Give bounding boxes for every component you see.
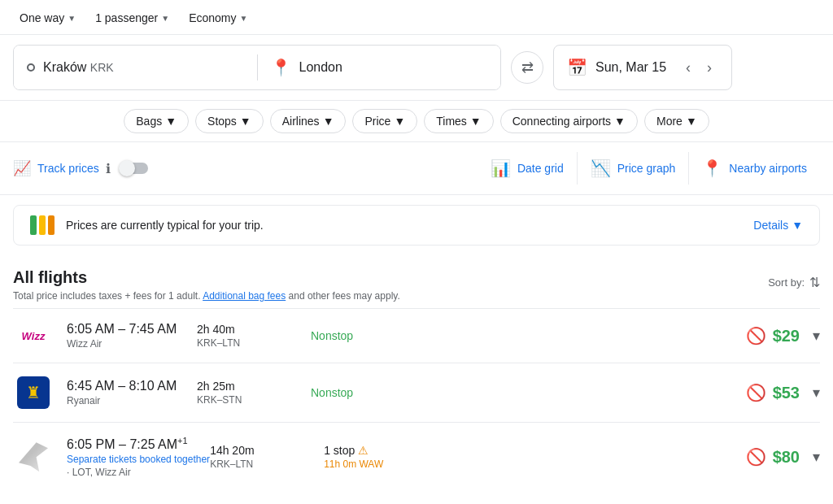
additional-fees-link[interactable]: Additional bag fees [203, 290, 286, 302]
details-button[interactable]: Details ▼ [753, 219, 803, 232]
track-prices-info-icon[interactable]: ℹ [106, 161, 111, 176]
flights-subtitle: Total price includes taxes + fees for 1 … [13, 290, 400, 302]
stops-filter-button[interactable]: Stops ▼ [195, 109, 264, 133]
times-label: Times [436, 115, 467, 128]
more-chevron: ▼ [686, 115, 697, 128]
filter-bar: Bags ▼ Stops ▼ Airlines ▼ Price ▼ Times … [0, 101, 833, 142]
date-nav: ‹ › [679, 56, 718, 80]
flight-duration-1: 2h 40m KRK–LTN [197, 323, 311, 349]
warning-icon: ⚠ [358, 444, 369, 457]
search-bar: Kraków KRK 📍 London ⇄ 📅 Sun, Mar 15 ‹ › [0, 35, 833, 101]
price-info-text: Prices are currently typical for your tr… [66, 219, 264, 232]
bags-chevron: ▼ [165, 115, 177, 128]
nearby-airports-button[interactable]: 📍 Nearby airports [689, 152, 820, 185]
luggage-icon: 🚫 [746, 447, 766, 467]
flight-price-2: 🚫 $53 ▾ [746, 383, 820, 402]
flights-header: All flights Total price includes taxes +… [13, 255, 820, 308]
origin-icon [27, 63, 35, 72]
date-next-button[interactable]: › [700, 56, 718, 80]
luggage-icon: 🚫 [746, 383, 766, 402]
price-graph-button[interactable]: 📉 Price graph [578, 152, 690, 185]
flight-times-2: 6:45 AM – 8:10 AM Ryanair [67, 379, 197, 406]
stops-chevron: ▼ [240, 115, 251, 128]
sort-icon[interactable]: ⇅ [809, 275, 820, 290]
flights-title: All flights [13, 268, 400, 287]
passengers-label: 1 passenger [95, 11, 158, 24]
details-chevron: ▼ [792, 219, 803, 232]
expand-button-3[interactable]: ▾ [813, 448, 820, 466]
flight-duration-3: 14h 20m KRK–LTN [210, 444, 324, 470]
bags-label: Bags [136, 115, 162, 128]
origin-destination-group: Kraków KRK 📍 London [13, 45, 501, 90]
trip-type-label: One way [20, 11, 64, 24]
date-grid-icon: 📊 [491, 159, 511, 178]
destination-input[interactable]: 📍 London [258, 46, 501, 89]
connecting-airports-filter-button[interactable]: Connecting airports ▼ [500, 109, 638, 133]
flight-price-3: 🚫 $80 ▾ [746, 447, 820, 467]
price-graph-icon: 📉 [591, 159, 611, 178]
price-bar-green [30, 215, 37, 235]
top-bar: One way ▼ 1 passenger ▼ Economy ▼ [0, 0, 833, 35]
lot-plane-icon [19, 442, 48, 471]
passengers-chevron: ▼ [161, 14, 169, 23]
track-prices-toggle[interactable] [120, 163, 148, 174]
sort-by: Sort by: ⇅ [768, 275, 820, 290]
expand-button-2[interactable]: ▾ [813, 384, 820, 402]
flight-row[interactable]: 6:05 PM – 7:25 AM+1 Separate tickets boo… [13, 422, 820, 491]
cabin-chevron: ▼ [239, 14, 247, 23]
trip-type-button[interactable]: One way ▼ [13, 8, 82, 28]
flight-duration-2: 2h 25m KRK–STN [197, 380, 311, 406]
airlines-filter-button[interactable]: Airlines ▼ [270, 109, 347, 133]
flight-price-1: 🚫 $29 ▾ [746, 326, 820, 345]
flight-row[interactable]: ♜ 6:45 AM – 8:10 AM Ryanair 2h 25m KRK–S… [13, 363, 820, 422]
price-filter-button[interactable]: Price ▼ [352, 109, 417, 133]
destination-pin-icon: 📍 [271, 58, 291, 77]
origin-input[interactable]: Kraków KRK [14, 46, 257, 89]
nearby-airports-label: Nearby airports [729, 162, 807, 175]
flights-section: All flights Total price includes taxes +… [0, 255, 833, 491]
origin-label: Kraków KRK [43, 60, 114, 75]
flight-row[interactable]: Wizz 6:05 AM – 7:45 AM Wizz Air 2h 40m K… [13, 308, 820, 363]
ryanair-harp-icon: ♜ [26, 383, 41, 402]
track-prices-label: Track prices [37, 162, 99, 175]
airlines-chevron: ▼ [323, 115, 334, 128]
flight-times-1: 6:05 AM – 7:45 AM Wizz Air [67, 322, 197, 350]
price-bar-yellow [39, 215, 46, 235]
price-chevron: ▼ [394, 115, 405, 128]
expand-button-1[interactable]: ▾ [813, 327, 820, 345]
times-chevron: ▼ [470, 115, 482, 128]
stops-label: Stops [207, 115, 237, 128]
more-label: More [656, 115, 683, 128]
date-prev-button[interactable]: ‹ [679, 56, 697, 80]
airline-logo-ryanair: ♜ [13, 376, 54, 409]
times-filter-button[interactable]: Times ▼ [424, 109, 493, 133]
more-filter-button[interactable]: More ▼ [644, 109, 709, 133]
flights-header-left: All flights Total price includes taxes +… [13, 268, 400, 302]
flight-stops-2: Nonstop [311, 386, 441, 399]
tools-right: 📊 Date grid 📉 Price graph 📍 Nearby airpo… [478, 152, 820, 185]
date-grid-button[interactable]: 📊 Date grid [478, 152, 578, 185]
price-indicator [30, 215, 55, 235]
flight-stops-3: 1 stop ⚠ 11h 0m WAW [324, 444, 454, 470]
date-input[interactable]: 📅 Sun, Mar 15 ‹ › [553, 45, 732, 90]
swap-button[interactable]: ⇄ [511, 51, 543, 84]
price-label: Price [364, 115, 390, 128]
passengers-button[interactable]: 1 passenger ▼ [89, 8, 176, 28]
trip-type-chevron: ▼ [68, 14, 76, 23]
cabin-label: Economy [189, 11, 236, 24]
airlines-label: Airlines [282, 115, 320, 128]
bags-filter-button[interactable]: Bags ▼ [124, 109, 189, 133]
destination-label: London [299, 60, 342, 75]
price-info-bar: Prices are currently typical for your tr… [13, 205, 820, 245]
connecting-chevron: ▼ [614, 115, 626, 128]
price-bar-orange [48, 215, 55, 235]
date-grid-label: Date grid [517, 162, 564, 175]
cabin-button[interactable]: Economy ▼ [182, 8, 254, 28]
track-prices-icon: 📈 [13, 159, 31, 177]
airline-logo-lot [13, 441, 54, 473]
track-prices-section: 📈 Track prices ℹ [13, 159, 148, 177]
tools-bar: 📈 Track prices ℹ 📊 Date grid 📉 Price gra… [0, 142, 833, 195]
date-label: Sun, Mar 15 [595, 60, 666, 75]
luggage-icon: 🚫 [746, 326, 766, 345]
airline-logo-wizz: Wizz [13, 330, 54, 342]
